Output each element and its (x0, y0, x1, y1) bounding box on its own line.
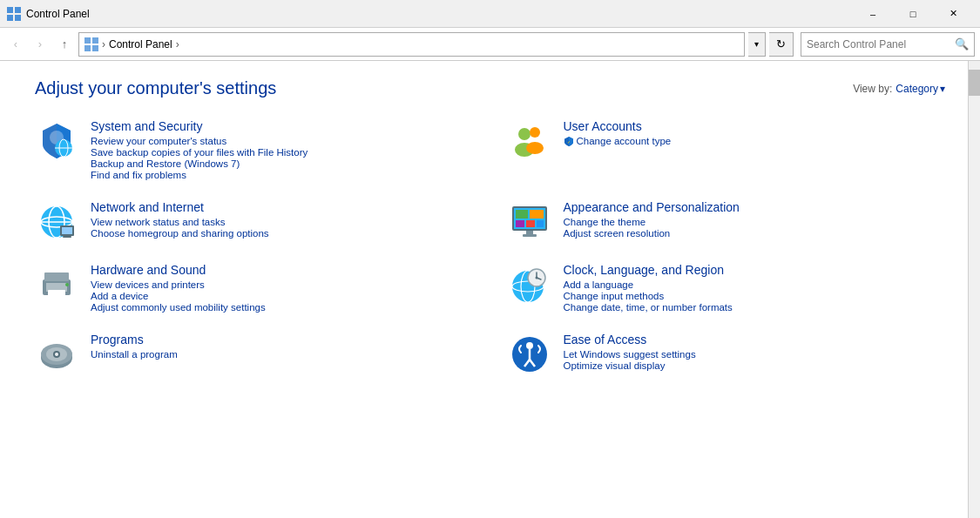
category-user-accounts: User Accounts ✓ Change account type (508, 119, 946, 181)
maximize-button[interactable]: □ (893, 0, 933, 28)
svg-rect-27 (530, 210, 544, 219)
close-button[interactable]: ✕ (933, 0, 973, 28)
svg-rect-7 (92, 45, 98, 51)
view-by-value-text: Category (896, 83, 938, 95)
user-accounts-link-1[interactable]: ✓ Change account type (564, 136, 672, 146)
page-header: Adjust your computer's settings View by:… (35, 78, 945, 98)
svg-point-15 (526, 142, 544, 154)
svg-rect-4 (84, 37, 91, 44)
system-security-link-4[interactable]: Find and fix problems (91, 170, 308, 180)
ease-of-access-link-2[interactable]: Optimize visual display (564, 360, 696, 371)
view-by-dropdown[interactable]: Category ▾ (896, 83, 945, 95)
system-security-link-3[interactable]: Backup and Restore (Windows 7) (91, 158, 308, 169)
hardware-sound-link-2[interactable]: Add a device (91, 291, 266, 301)
categories-grid: System and Security Review your computer… (35, 119, 945, 395)
path-label: Control Panel (109, 38, 172, 50)
view-by: View by: Category ▾ (853, 83, 945, 95)
clock-link-1[interactable]: Add a language (564, 279, 733, 290)
scrollbar[interactable] (968, 61, 980, 518)
programs-title[interactable]: Programs (91, 333, 178, 346)
svg-text:✓: ✓ (566, 139, 570, 145)
ease-of-access-content: Ease of Access Let Windows suggest setti… (564, 333, 696, 372)
system-security-link-1[interactable]: Review your computer's status (91, 136, 308, 146)
title-bar: Control Panel – □ ✕ (0, 0, 980, 28)
svg-rect-2 (7, 15, 13, 21)
user-accounts-title[interactable]: User Accounts (564, 119, 672, 133)
clock-title[interactable]: Clock, Language, and Region (564, 263, 733, 277)
clock-link-3[interactable]: Change date, time, or number formats (564, 302, 733, 313)
minimize-button[interactable]: – (853, 0, 893, 28)
svg-rect-22 (62, 227, 72, 234)
svg-rect-0 (7, 7, 13, 13)
system-security-icon (35, 119, 78, 163)
category-appearance: Appearance and Personalization Change th… (508, 200, 946, 244)
svg-rect-28 (516, 220, 524, 227)
up-button[interactable]: ↑ (54, 34, 75, 55)
svg-rect-26 (516, 210, 528, 219)
search-box[interactable]: 🔍 (801, 32, 975, 57)
svg-rect-36 (48, 290, 65, 297)
network-internet-content: Network and Internet View network status… (91, 200, 269, 239)
ease-of-access-icon (508, 333, 551, 376)
appearance-link-2[interactable]: Adjust screen resolution (564, 228, 740, 239)
network-internet-link-2[interactable]: Choose homegroup and sharing options (91, 228, 269, 239)
search-input[interactable] (807, 38, 955, 50)
path-separator: › (102, 38, 105, 50)
hardware-sound-icon (35, 263, 78, 306)
svg-point-12 (518, 128, 531, 140)
main-content: Adjust your computer's settings View by:… (0, 61, 980, 518)
svg-rect-35 (44, 272, 69, 281)
back-button[interactable]: ‹ (5, 34, 26, 55)
clock-link-2[interactable]: Change input methods (564, 291, 733, 301)
network-internet-link-1[interactable]: View network status and tasks (91, 217, 269, 227)
svg-rect-3 (15, 15, 21, 21)
appearance-title[interactable]: Appearance and Personalization (564, 200, 740, 214)
svg-rect-5 (92, 37, 98, 44)
category-ease-of-access: Ease of Access Let Windows suggest setti… (508, 333, 946, 376)
appearance-content: Appearance and Personalization Change th… (564, 200, 740, 239)
category-system-security: System and Security Review your computer… (35, 119, 473, 181)
svg-rect-29 (526, 220, 535, 227)
system-security-link-2[interactable]: Save backup copies of your files with Fi… (91, 147, 308, 158)
user-accounts-icon (508, 119, 551, 163)
category-clock: Clock, Language, and Region Add a langua… (508, 263, 946, 313)
refresh-button[interactable]: ↻ (769, 32, 794, 57)
svg-rect-1 (15, 7, 21, 13)
clock-icon (508, 263, 551, 306)
ease-of-access-title[interactable]: Ease of Access (564, 333, 696, 346)
svg-rect-23 (63, 236, 71, 238)
address-path[interactable]: › Control Panel › (78, 32, 745, 57)
path-icon (84, 37, 98, 51)
svg-point-51 (526, 342, 533, 349)
search-icon[interactable]: 🔍 (955, 37, 969, 50)
system-security-title[interactable]: System and Security (91, 119, 308, 133)
hardware-sound-link-1[interactable]: View devices and printers (91, 279, 266, 290)
hardware-sound-title[interactable]: Hardware and Sound (91, 263, 266, 277)
programs-link-1[interactable]: Uninstall a program (91, 349, 178, 360)
page-title: Adjust your computer's settings (35, 78, 276, 98)
svg-rect-6 (84, 45, 91, 51)
window-controls[interactable]: – □ ✕ (853, 0, 973, 28)
hardware-sound-content: Hardware and Sound View devices and prin… (91, 263, 266, 313)
scrollbar-thumb[interactable] (969, 70, 980, 96)
svg-point-37 (65, 283, 69, 286)
svg-rect-32 (523, 234, 537, 237)
category-hardware-sound: Hardware and Sound View devices and prin… (35, 263, 473, 313)
address-dropdown[interactable]: ▾ (748, 32, 766, 57)
ease-of-access-link-1[interactable]: Let Windows suggest settings (564, 349, 696, 360)
view-by-label: View by: (853, 83, 892, 95)
programs-content: Programs Uninstall a program (91, 333, 178, 360)
hardware-sound-link-3[interactable]: Adjust commonly used mobility settings (91, 302, 266, 313)
address-bar: ‹ › ↑ › Control Panel › ▾ ↻ 🔍 (0, 28, 980, 61)
path-suffix: › (176, 38, 179, 50)
forward-button[interactable]: › (30, 34, 51, 55)
programs-icon (35, 333, 78, 376)
title-bar-icon (7, 7, 21, 21)
appearance-icon (508, 200, 551, 244)
category-network-internet: Network and Internet View network status… (35, 200, 473, 244)
window-title: Control Panel (26, 8, 853, 20)
svg-point-14 (530, 127, 540, 138)
appearance-link-1[interactable]: Change the theme (564, 217, 740, 227)
network-internet-title[interactable]: Network and Internet (91, 200, 269, 214)
shield-icon: ✓ (564, 136, 574, 146)
